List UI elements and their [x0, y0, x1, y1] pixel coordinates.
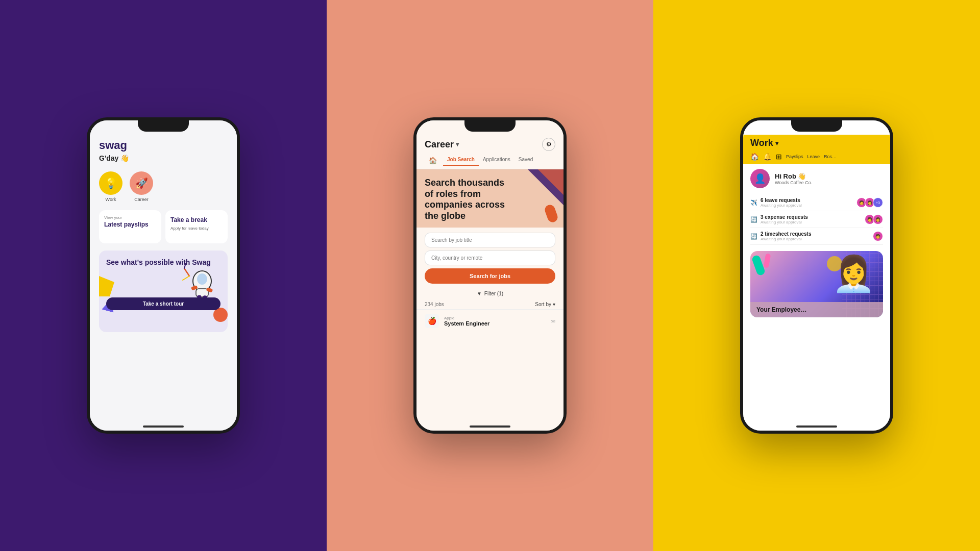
- job-title-input[interactable]: [425, 233, 555, 247]
- timesheet-req-icon: 🔄: [750, 233, 757, 240]
- leave-req-avatars: 🧑 👩 +3: [856, 197, 883, 208]
- swag-banner: See what's possible with Swag Take a sho…: [99, 251, 228, 332]
- work-user-info: Hi Rob 👋 Woods Coffee Co.: [775, 172, 812, 185]
- left-phone: swag G'day 👋 💡 Work 🚀 Career View your L…: [87, 117, 240, 434]
- svg-line-9: [183, 276, 189, 280]
- work-profile: 👤 Hi Rob 👋 Woods Coffee Co.: [743, 164, 890, 191]
- work-avatar: 👤: [750, 169, 770, 188]
- job-info: Apple System Engineer: [444, 316, 546, 327]
- payslips-card-title: Latest payslips: [104, 221, 156, 229]
- career-dropdown-icon[interactable]: ▾: [456, 141, 459, 148]
- leave-req-title: 6 leave requests: [761, 197, 802, 203]
- splash-pink: [764, 253, 771, 268]
- leave-card-title: Take a break: [170, 216, 223, 224]
- expense-req-sub: Awaiting your approval: [761, 220, 808, 224]
- swag-logo: swag: [99, 139, 228, 152]
- hero-deco-triangle-2: [538, 169, 564, 195]
- career-settings-icon[interactable]: ⚙: [542, 138, 555, 151]
- grid-nav-icon[interactable]: ⊞: [776, 153, 782, 161]
- swag-tour-button[interactable]: Take a short tour: [106, 297, 220, 310]
- right-phone: Work ▾ 🏠 🔔 ⊞ Payslips Leave Ros… 👤 Hi Ro…: [740, 117, 893, 434]
- career-tab-home[interactable]: 🏠: [425, 155, 441, 166]
- expense-req-icon: 🔄: [750, 216, 757, 223]
- swag-banner-title: See what's possible with Swag: [106, 258, 220, 267]
- work-icon-item[interactable]: 💡 Work: [99, 171, 122, 202]
- leave-req-icon: ✈️: [750, 199, 757, 206]
- phone-home-center: [470, 425, 510, 428]
- person-illustration: 👩‍💼: [832, 254, 875, 294]
- career-hero: Search thousands of roles from companies…: [416, 169, 564, 228]
- work-bottom-banner[interactable]: 👩‍💼 Your Employee…: [750, 251, 883, 317]
- bell-nav-icon[interactable]: 🔔: [763, 153, 772, 161]
- career-tab-job-search[interactable]: Job Search: [443, 155, 479, 166]
- job-time: 5d: [551, 319, 555, 323]
- results-count: 234 jobs: [425, 302, 444, 307]
- leave-nav-item[interactable]: Leave: [807, 154, 820, 159]
- sort-arrow-icon: ▾: [553, 302, 555, 307]
- career-tabs: 🏠 Job Search Applications Saved: [416, 153, 564, 169]
- svg-line-7: [184, 268, 189, 276]
- work-dropdown-icon[interactable]: ▾: [775, 140, 778, 147]
- ros-nav-item[interactable]: Ros…: [824, 154, 837, 159]
- timesheet-req-left: 🔄 2 timesheet requests Awaiting your app…: [750, 231, 812, 241]
- expense-av-2: 👩: [873, 214, 883, 224]
- sort-label: Sort by: [535, 302, 551, 307]
- career-icon-circle: 🚀: [130, 171, 153, 195]
- timesheet-av-1: 🧑: [873, 231, 883, 241]
- timesheet-req-sub: Awaiting your approval: [761, 237, 812, 241]
- work-header: Work ▾: [743, 135, 890, 151]
- center-phone: Career ▾ ⚙ 🏠 Job Search Applications Sav…: [413, 117, 567, 434]
- phone-home-left: [143, 425, 184, 428]
- expense-requests-item[interactable]: 🔄 3 expense requests Awaiting your appro…: [750, 211, 883, 228]
- swag-icons-row: 💡 Work 🚀 Career: [90, 166, 237, 207]
- career-title: Career ▾: [425, 139, 459, 150]
- search-jobs-button[interactable]: Search for jobs: [425, 268, 555, 284]
- leave-av-more: +3: [873, 197, 883, 208]
- work-title: Work ▾: [750, 138, 778, 148]
- expense-req-avatars: 🧑 👩: [865, 214, 883, 224]
- leave-requests-item[interactable]: ✈️ 6 leave requests Awaiting your approv…: [750, 194, 883, 211]
- expense-req-left: 🔄 3 expense requests Awaiting your appro…: [750, 214, 808, 224]
- expense-req-title: 3 expense requests: [761, 214, 808, 220]
- career-icon-label: Career: [134, 197, 149, 202]
- work-icon-circle: 💡: [99, 171, 122, 195]
- timesheet-req-avatars: 🧑: [873, 231, 883, 241]
- phone-notch-left: [138, 120, 189, 132]
- career-search-area: Search for jobs: [416, 228, 564, 288]
- leave-card[interactable]: Take a break Apply for leave today: [165, 210, 228, 243]
- payslips-card-label: View your: [104, 215, 156, 220]
- timesheet-requests-item[interactable]: 🔄 2 timesheet requests Awaiting your app…: [750, 228, 883, 245]
- job-logo: 🍎: [425, 314, 439, 328]
- leave-req-left: ✈️ 6 leave requests Awaiting your approv…: [750, 197, 802, 208]
- phone-notch-center: [464, 120, 516, 132]
- timesheet-req-title: 2 timesheet requests: [761, 231, 812, 237]
- career-icon-item[interactable]: 🚀 Career: [130, 171, 153, 202]
- job-title: System Engineer: [444, 320, 546, 327]
- home-nav-icon[interactable]: 🏠: [750, 153, 759, 161]
- svg-point-1: [197, 273, 207, 285]
- career-filter[interactable]: ▼ Filter (1): [416, 288, 564, 299]
- swag-greeting: G'day 👋: [99, 154, 228, 162]
- swag-header: swag G'day 👋: [90, 135, 237, 166]
- expense-req-info: 3 expense requests Awaiting your approva…: [761, 214, 808, 224]
- career-results-header: 234 jobs Sort by ▾: [416, 299, 564, 309]
- swag-cards-row: View your Latest payslips Take a break A…: [90, 207, 237, 246]
- payslips-card[interactable]: View your Latest payslips: [99, 210, 161, 243]
- sort-button[interactable]: Sort by ▾: [535, 302, 555, 307]
- work-requests: ✈️ 6 leave requests Awaiting your approv…: [743, 191, 890, 248]
- career-tab-saved[interactable]: Saved: [514, 155, 537, 166]
- job-listing-item[interactable]: 🍎 Apple System Engineer 5d: [416, 309, 564, 332]
- location-input[interactable]: [425, 251, 555, 265]
- leave-req-info: 6 leave requests Awaiting your approval: [761, 197, 802, 208]
- hero-deco-pill: [544, 204, 559, 224]
- payslips-nav-item[interactable]: Payslips: [786, 154, 803, 159]
- shape-yellow: [99, 276, 114, 296]
- panel-left: swag G'day 👋 💡 Work 🚀 Career View your L…: [0, 0, 327, 551]
- career-hero-title: Search thousands of roles from companies…: [425, 178, 506, 221]
- career-header: Career ▾ ⚙: [416, 135, 564, 153]
- panel-right: Work ▾ 🏠 🔔 ⊞ Payslips Leave Ros… 👤 Hi Ro…: [653, 0, 980, 551]
- work-company: Woods Coffee Co.: [775, 180, 812, 185]
- career-tab-applications[interactable]: Applications: [479, 155, 514, 166]
- work-user-name: Hi Rob 👋: [775, 172, 812, 180]
- leave-req-sub: Awaiting your approval: [761, 203, 802, 208]
